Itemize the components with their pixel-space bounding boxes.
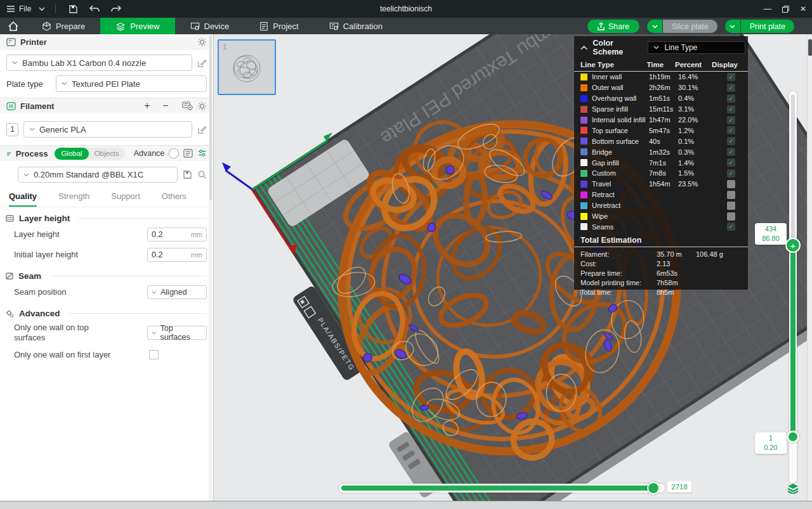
line-type-label: Wipe bbox=[592, 212, 649, 220]
layer-height-input[interactable]: 0.2 mm bbox=[147, 228, 207, 242]
only-one-wall-first-checkbox[interactable] bbox=[149, 350, 159, 359]
add-filament-button[interactable]: + bbox=[140, 100, 154, 112]
color-scheme-select[interactable]: Line Type bbox=[648, 41, 745, 54]
tab-strength[interactable]: Strength bbox=[58, 189, 89, 207]
share-button[interactable]: Share bbox=[587, 20, 639, 33]
printer-settings-button[interactable] bbox=[197, 37, 207, 47]
display-checkbox[interactable]: ✓ bbox=[727, 105, 735, 113]
chevron-down-icon bbox=[152, 291, 157, 294]
file-menu[interactable]: File bbox=[6, 4, 31, 13]
layer-slider-top-handle[interactable]: + bbox=[785, 238, 801, 253]
initial-layer-height-input[interactable]: 0.2 mm bbox=[147, 248, 207, 262]
tab-calibration[interactable]: Calibration bbox=[314, 18, 398, 34]
legend-row: Seams✓ bbox=[574, 221, 748, 232]
process-preset-select[interactable]: 0.20mm Standard @BBL X1C bbox=[18, 167, 178, 183]
search-preset-button[interactable] bbox=[197, 170, 207, 179]
gear-icon bbox=[197, 37, 207, 47]
display-checkbox[interactable]: ✓ bbox=[727, 126, 735, 134]
layer-slider-bottom-handle[interactable] bbox=[787, 430, 799, 443]
tab-quality[interactable]: Quality bbox=[9, 189, 37, 207]
filament-preset-select[interactable]: Generic PLA bbox=[23, 121, 192, 138]
flush-volumes-button[interactable] bbox=[182, 101, 193, 110]
save-preset-button[interactable] bbox=[183, 170, 192, 179]
line-type-time: 2h26m bbox=[649, 84, 678, 91]
home-button[interactable] bbox=[0, 18, 27, 34]
chevron-down-icon bbox=[653, 46, 659, 49]
display-checkbox[interactable]: ✓ bbox=[727, 137, 735, 145]
param-list-button[interactable] bbox=[183, 149, 193, 158]
restore-icon bbox=[782, 6, 789, 13]
line-type-time: 15m11s bbox=[649, 105, 678, 113]
edit-filament-button[interactable] bbox=[197, 125, 207, 134]
line-type-percent: 1.2% bbox=[678, 127, 714, 134]
layers-view-button[interactable] bbox=[786, 481, 800, 495]
initial-layer-height-label: Initial layer height bbox=[14, 250, 147, 260]
step-slider[interactable] bbox=[339, 482, 665, 494]
display-checkbox[interactable] bbox=[727, 180, 735, 188]
process-global-toggle[interactable]: Global bbox=[55, 148, 88, 160]
collapse-panel-icon[interactable] bbox=[580, 45, 587, 50]
chevron-down-icon bbox=[12, 61, 18, 65]
undo-button[interactable] bbox=[88, 3, 102, 15]
color-scheme-title: Color Scheme bbox=[593, 39, 643, 56]
plate-thumbnail[interactable]: 1 bbox=[218, 39, 276, 95]
display-checkbox[interactable] bbox=[727, 191, 735, 199]
redo-button[interactable] bbox=[109, 3, 123, 15]
tab-project[interactable]: Project bbox=[244, 18, 313, 34]
filament-index: 1 bbox=[6, 123, 18, 136]
chevron-down-icon bbox=[152, 332, 157, 335]
seam-position-select[interactable]: Aligned bbox=[147, 285, 207, 299]
process-section-header: Process Global Objects Advance bbox=[0, 145, 213, 161]
sidebar-scrollbar[interactable] bbox=[209, 34, 213, 501]
tab-prepare[interactable]: Prepare bbox=[27, 18, 100, 34]
display-checkbox[interactable]: ✓ bbox=[727, 222, 735, 231]
display-checkbox[interactable]: ✓ bbox=[727, 94, 735, 103]
plate-type-select[interactable]: Textured PEI Plate bbox=[56, 75, 207, 92]
save-button[interactable] bbox=[66, 3, 80, 15]
display-checkbox[interactable] bbox=[727, 212, 735, 221]
line-type-percent: 22.0% bbox=[678, 116, 714, 124]
display-checkbox[interactable]: ✓ bbox=[727, 84, 735, 92]
close-button[interactable]: ✕ bbox=[794, 0, 812, 18]
line-type-time: 7m1s bbox=[649, 159, 678, 167]
flush-icon bbox=[182, 101, 193, 110]
process-objects-toggle[interactable]: Objects bbox=[89, 150, 125, 157]
filament-settings-button[interactable] bbox=[197, 101, 207, 111]
layer-bottom-tooltip: 1 0.20 bbox=[755, 432, 787, 454]
display-checkbox[interactable]: ✓ bbox=[727, 116, 735, 124]
tab-others[interactable]: Others bbox=[162, 189, 187, 207]
restore-button[interactable] bbox=[776, 0, 794, 18]
advance-toggle[interactable] bbox=[169, 148, 179, 158]
only-one-wall-top-select[interactable]: Top surfaces bbox=[147, 326, 207, 340]
chevron-down-icon[interactable] bbox=[39, 7, 45, 11]
tab-preview[interactable]: Preview bbox=[100, 18, 174, 34]
print-plate-button[interactable]: Print plate bbox=[741, 20, 794, 33]
display-checkbox[interactable] bbox=[727, 202, 735, 210]
line-type-swatch bbox=[580, 213, 587, 220]
slice-dropdown-button[interactable] bbox=[647, 20, 662, 33]
minimize-button[interactable]: — bbox=[759, 0, 776, 18]
display-checkbox[interactable]: ✓ bbox=[727, 158, 735, 167]
line-type-percent: 30.1% bbox=[678, 84, 714, 91]
step-slider-handle[interactable] bbox=[647, 482, 660, 494]
tab-support[interactable]: Support bbox=[111, 189, 140, 207]
print-dropdown-button[interactable] bbox=[725, 20, 740, 33]
list-icon bbox=[183, 149, 193, 158]
compare-presets-button[interactable] bbox=[197, 149, 207, 158]
preview-3d-viewport[interactable]: Bambu Textured PEI Plate PLA/ABS/PETG bbox=[214, 34, 812, 501]
display-checkbox[interactable]: ✓ bbox=[727, 73, 735, 81]
divider bbox=[55, 4, 56, 13]
slice-plate-button[interactable]: Slice plate bbox=[663, 20, 717, 33]
viewport-scrollbar[interactable] bbox=[807, 34, 812, 501]
layer-range-slider[interactable]: + bbox=[785, 91, 801, 484]
display-checkbox[interactable]: ✓ bbox=[727, 169, 735, 177]
edit-printer-button[interactable] bbox=[197, 58, 207, 68]
remove-filament-button[interactable]: − bbox=[159, 100, 173, 112]
cube-icon bbox=[42, 22, 51, 31]
hamburger-icon bbox=[6, 5, 15, 13]
display-checkbox[interactable]: ✓ bbox=[727, 148, 735, 156]
line-type-label: Unretract bbox=[592, 202, 649, 209]
printer-preset-select[interactable]: Bambu Lab X1 Carbon 0.4 nozzle bbox=[6, 55, 192, 71]
tab-device[interactable]: Device bbox=[175, 18, 245, 34]
line-type-label: Travel bbox=[592, 180, 649, 188]
